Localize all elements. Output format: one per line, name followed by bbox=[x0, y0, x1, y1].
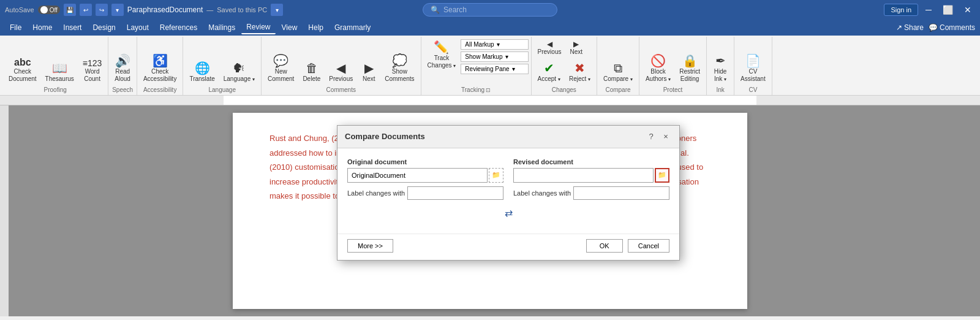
cancel-button[interactable]: Cancel bbox=[628, 239, 669, 253]
search-input[interactable] bbox=[443, 6, 541, 14]
revised-browse-button[interactable]: 📁 bbox=[655, 168, 669, 183]
next-comment-icon: ▶ bbox=[364, 61, 374, 75]
all-markup-dropdown[interactable]: All Markup ▾ bbox=[461, 39, 528, 50]
ok-button[interactable]: OK bbox=[586, 239, 623, 253]
language-button[interactable]: 🗣 Language ▾ bbox=[220, 59, 258, 85]
check-document-button[interactable]: abc CheckDocument bbox=[5, 55, 40, 85]
ribbon-group-tracking: ✏️ TrackChanges ▾ All Markup ▾ Show Mark… bbox=[421, 37, 532, 95]
menu-view[interactable]: View bbox=[277, 21, 303, 34]
dialog-close-button[interactable]: × bbox=[660, 131, 672, 143]
share-icon: ↗ bbox=[896, 23, 902, 32]
ribbon-group-cv: 📄 CVAssistant CV bbox=[734, 37, 772, 95]
comments-button[interactable]: 💬 Comments bbox=[929, 23, 975, 32]
original-document-select[interactable]: OriginalDocument bbox=[347, 168, 488, 183]
previous-comment-button[interactable]: ◀ Previous bbox=[325, 59, 356, 85]
original-document-col: Original document OriginalDocument 📁 Lab… bbox=[347, 158, 503, 200]
show-markup-dropdown[interactable]: Show Markup ▾ bbox=[461, 51, 528, 62]
revised-document-label: Revised document bbox=[513, 158, 669, 166]
doc-title: ParaphrasedDocument bbox=[127, 6, 203, 14]
menu-review[interactable]: Review bbox=[241, 21, 275, 34]
previous-change-icon: ◀ bbox=[547, 40, 552, 48]
original-document-field-row: OriginalDocument 📁 bbox=[347, 168, 503, 183]
menu-grammarly[interactable]: Grammarly bbox=[330, 21, 375, 34]
cv-assistant-icon: 📄 bbox=[745, 53, 761, 68]
original-label-row: Label changes with bbox=[347, 186, 503, 200]
menu-home[interactable]: Home bbox=[28, 21, 57, 34]
revised-document-select[interactable] bbox=[513, 168, 654, 183]
close-button[interactable]: ✕ bbox=[960, 5, 975, 15]
tracking-expand-icon[interactable]: ⊡ bbox=[486, 87, 491, 93]
new-comment-button[interactable]: 💬 NewComment bbox=[264, 51, 298, 85]
read-aloud-icon: 🔊 bbox=[115, 53, 130, 68]
menu-layout[interactable]: Layout bbox=[122, 21, 154, 34]
original-label-changes-label: Label changes with bbox=[347, 189, 405, 197]
dialog-help-button[interactable]: ? bbox=[645, 131, 657, 143]
read-aloud-button[interactable]: 🔊 ReadAloud bbox=[111, 51, 134, 85]
reviewing-pane-arrow: ▾ bbox=[512, 66, 515, 72]
ribbon-group-compare: ⧉ Compare ▾ Compare bbox=[597, 37, 639, 95]
restore-button[interactable]: ⬜ bbox=[939, 5, 957, 15]
share-button[interactable]: ↗ Share bbox=[896, 23, 924, 32]
compare-button[interactable]: ⧉ Compare ▾ bbox=[600, 59, 636, 85]
check-accessibility-button[interactable]: ♿ CheckAccessibility bbox=[140, 51, 180, 85]
revised-document-field-row: 📁 bbox=[513, 168, 669, 183]
previous-change-button[interactable]: ◀ Previous bbox=[534, 38, 565, 58]
word-count-button[interactable]: ≡123 WordCount bbox=[79, 56, 106, 85]
menu-insert[interactable]: Insert bbox=[58, 21, 86, 34]
swap-row: ⇄ bbox=[347, 207, 669, 219]
translate-button[interactable]: 🌐 Translate bbox=[186, 59, 218, 85]
accept-button[interactable]: ✔ Accept ▾ bbox=[534, 59, 564, 85]
hide-ink-button[interactable]: ✒ HideInk ▾ bbox=[709, 51, 731, 85]
document-area: Rust and Chung, (2006), Blut et al., (20… bbox=[0, 105, 980, 316]
block-authors-icon: 🚫 bbox=[650, 53, 666, 68]
customize-button[interactable]: ▾ bbox=[111, 4, 124, 16]
delete-comment-button[interactable]: 🗑 Delete bbox=[299, 59, 324, 85]
ruler bbox=[0, 96, 980, 105]
ribbon: abc CheckDocument 📖 Thesaurus ≡123 WordC… bbox=[0, 36, 980, 96]
hide-ink-icon: ✒ bbox=[715, 53, 726, 68]
original-browse-button[interactable]: 📁 bbox=[489, 168, 503, 183]
original-label-input[interactable] bbox=[407, 186, 503, 200]
undo-button[interactable]: ↩ bbox=[80, 4, 92, 16]
menu-design[interactable]: Design bbox=[88, 21, 120, 34]
redo-button[interactable]: ↪ bbox=[96, 4, 108, 16]
more-button[interactable]: More >> bbox=[347, 239, 393, 253]
ribbon-group-accessibility: ♿ CheckAccessibility Accessibility bbox=[137, 37, 183, 95]
swap-button[interactable]: ⇄ bbox=[505, 207, 513, 219]
ribbon-group-comments: 💬 NewComment 🗑 Delete ◀ Previous ▶ Next … bbox=[262, 37, 421, 95]
show-comments-button[interactable]: 💭 ShowComments bbox=[381, 51, 418, 85]
thesaurus-button[interactable]: 📖 Thesaurus bbox=[42, 59, 78, 85]
search-icon: 🔍 bbox=[431, 6, 440, 14]
search-bar[interactable]: 🔍 bbox=[423, 3, 557, 17]
menu-mailings[interactable]: Mailings bbox=[203, 21, 240, 34]
next-comment-button[interactable]: ▶ Next bbox=[358, 59, 380, 85]
sign-in-button[interactable]: Sign in bbox=[884, 4, 918, 16]
autosave-toggle[interactable]: Off bbox=[38, 6, 60, 14]
status-dropdown[interactable]: ▾ bbox=[271, 4, 283, 16]
next-change-button[interactable]: ▶ Next bbox=[566, 38, 586, 58]
check-document-icon: abc bbox=[14, 56, 31, 68]
save-button[interactable]: 💾 bbox=[64, 4, 76, 16]
protect-label: Protect bbox=[663, 86, 683, 94]
accessibility-label: Accessibility bbox=[143, 86, 176, 94]
title-bar: AutoSave Off 💾 ↩ ↪ ▾ ParaphrasedDocument… bbox=[0, 0, 980, 20]
reviewing-pane-dropdown[interactable]: Reviewing Pane ▾ bbox=[461, 64, 528, 74]
changes-label: Changes bbox=[552, 86, 576, 94]
menu-file[interactable]: File bbox=[5, 21, 26, 34]
restrict-editing-button[interactable]: 🔒 RestrictEditing bbox=[676, 51, 704, 85]
reject-button[interactable]: ✖ Reject ▾ bbox=[565, 59, 594, 85]
menu-help[interactable]: Help bbox=[303, 21, 328, 34]
compare-label: Compare bbox=[605, 86, 630, 94]
check-accessibility-icon: ♿ bbox=[153, 53, 168, 68]
compare-documents-dialog[interactable]: Compare Documents ? × Original document bbox=[337, 125, 680, 261]
reject-icon: ✖ bbox=[575, 61, 585, 75]
minimize-button[interactable]: ─ bbox=[922, 5, 935, 15]
track-changes-button[interactable]: ✏️ TrackChanges ▾ bbox=[424, 38, 460, 71]
new-comment-icon: 💬 bbox=[273, 53, 288, 68]
ribbon-group-protect: 🚫 BlockAuthors ▾ 🔒 RestrictEditing Prote… bbox=[639, 37, 707, 95]
cv-assistant-button[interactable]: 📄 CVAssistant bbox=[737, 51, 769, 85]
document-page[interactable]: Rust and Chung, (2006), Blut et al., (20… bbox=[233, 113, 747, 309]
revised-label-input[interactable] bbox=[573, 186, 669, 200]
block-authors-button[interactable]: 🚫 BlockAuthors ▾ bbox=[642, 51, 674, 85]
menu-references[interactable]: References bbox=[155, 21, 202, 34]
